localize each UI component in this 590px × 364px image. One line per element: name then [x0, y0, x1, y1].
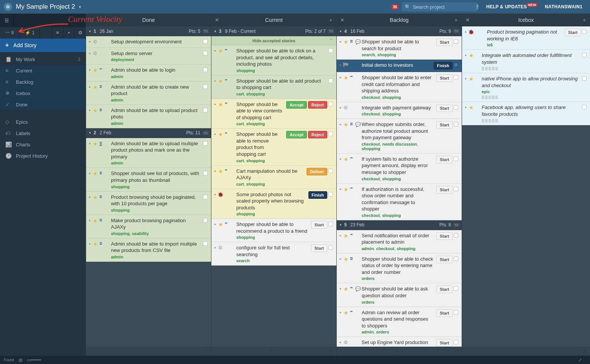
select-checkbox[interactable] — [582, 53, 587, 57]
story-title[interactable]: Make product browsing pagination AJAXy — [111, 217, 200, 230]
select-checkbox[interactable] — [454, 105, 458, 110]
deliver-button[interactable]: Deliver — [307, 168, 327, 175]
reject-button[interactable]: Reject — [308, 131, 327, 138]
story-labels[interactable]: orders — [362, 300, 433, 304]
velocity-value[interactable]: 〰8 — [0, 27, 20, 38]
story-labels[interactable]: checkout, shopping — [362, 95, 433, 100]
story-title[interactable]: Admin should be able to upload multiple … — [111, 140, 200, 160]
close-panel-icon[interactable]: ✕ — [337, 17, 348, 23]
story-title[interactable]: Admin should be able to import multiple … — [111, 241, 200, 254]
select-checkbox[interactable] — [454, 122, 458, 126]
expand-story-icon[interactable]: ▸ — [213, 78, 217, 96]
select-checkbox[interactable] — [454, 340, 458, 344]
expand-story-icon[interactable]: ▸ — [338, 62, 343, 69]
select-checkbox[interactable] — [454, 157, 458, 161]
sidebar-item[interactable]: 🏷 Labels — [0, 127, 86, 139]
story-row[interactable]: ▸ ★ Shopper should be able to recommend … — [211, 219, 336, 242]
sidebar-item[interactable]: ≡ Current — [0, 65, 86, 76]
add-story-icon[interactable]: + — [579, 17, 590, 23]
select-checkbox[interactable] — [203, 195, 208, 199]
story-labels[interactable]: shopping — [236, 68, 326, 73]
story-labels[interactable]: checkout, shopping — [362, 177, 433, 181]
expand-icon[interactable]: ⤢ — [578, 358, 582, 362]
story-row[interactable]: ▸ ★ 💬 When shopper submits order, author… — [337, 119, 462, 154]
select-checkbox[interactable] — [328, 222, 333, 226]
accept-button[interactable]: Accept — [286, 131, 307, 138]
estimate-boxes[interactable] — [482, 94, 579, 99]
expand-story-icon[interactable]: ▸ — [338, 38, 343, 57]
story-labels[interactable]: admin, orders — [362, 330, 433, 334]
start-button[interactable]: Start — [565, 29, 581, 36]
expand-story-icon[interactable]: ▸ — [338, 339, 343, 347]
collapse-iteration-icon[interactable]: ▾ — [86, 29, 94, 33]
story-title[interactable]: Shopper should be able to ask question a… — [362, 286, 433, 299]
story-labels[interactable]: shopping, usability — [111, 231, 200, 236]
start-button[interactable]: Start — [311, 221, 327, 229]
select-checkbox[interactable] — [328, 169, 333, 173]
select-checkbox[interactable] — [454, 233, 458, 238]
story-labels[interactable]: epic — [482, 89, 579, 94]
story-title[interactable]: Integrate with payment gateway — [362, 104, 433, 111]
select-checkbox[interactable] — [582, 105, 587, 109]
story-row[interactable]: ▸ ★ Shopper should be able to click on a… — [211, 45, 336, 75]
story-row[interactable]: ▸ ⚙ Set up Engine Yard production Start — [337, 337, 462, 347]
select-checkbox[interactable] — [328, 192, 333, 197]
select-checkbox[interactable] — [203, 171, 208, 175]
panel-gear-icon[interactable]: ⚙ — [454, 349, 459, 354]
expand-story-icon[interactable]: ▸ — [338, 121, 343, 151]
select-checkbox[interactable] — [203, 84, 208, 89]
expand-story-icon[interactable]: ▸ — [88, 170, 92, 189]
expand-story-icon[interactable]: ▸ — [88, 38, 92, 45]
select-checkbox[interactable] — [328, 102, 333, 106]
project-dropdown-icon[interactable]: ▼ — [78, 5, 82, 9]
story-row[interactable]: ▸ ★ Cart manipulation should be AJAXycar… — [211, 166, 336, 189]
expand-story-icon[interactable]: ▸ — [338, 309, 343, 335]
story-title[interactable]: Admin should be able to login — [111, 67, 200, 74]
story-row[interactable]: ▸ 🐞 Product browsing pagination not work… — [462, 26, 590, 50]
comment-icon[interactable]: 💬 — [355, 122, 361, 151]
story-row[interactable]: ▸ ★ Facebook app, allowing users to shar… — [462, 102, 590, 125]
expand-story-icon[interactable]: ▸ — [464, 29, 468, 47]
comment-icon[interactable]: 💬 — [355, 286, 361, 304]
story-row[interactable]: ▸ ★ Admin should be able to upload multi… — [86, 138, 211, 168]
panel-gear-icon[interactable]: ⚙ — [329, 349, 333, 354]
close-panel-icon[interactable]: ✕ — [462, 17, 473, 23]
expand-story-icon[interactable]: ▸ — [464, 75, 468, 99]
help-link[interactable]: HELP & UPDATESNEW — [486, 4, 538, 9]
story-labels[interactable]: admin — [111, 255, 200, 259]
collapse-iteration-icon[interactable]: ▾ — [337, 223, 344, 227]
add-story-icon[interactable]: + — [450, 17, 462, 23]
search-help-icon[interactable]: ? — [476, 4, 479, 10]
start-button[interactable]: Start — [436, 186, 453, 194]
select-checkbox[interactable] — [328, 245, 333, 250]
expand-story-icon[interactable]: ▸ — [88, 107, 92, 126]
story-title[interactable]: When shopper submits order, authorize to… — [362, 121, 433, 141]
story-row[interactable]: ▸ ★ Shopper should be able to enter cred… — [337, 72, 462, 102]
select-checkbox[interactable] — [582, 29, 587, 34]
add-story-button[interactable]: + Add Story — [0, 38, 86, 52]
story-row[interactable]: ▸ ★ Integrate with automated order fullf… — [462, 50, 590, 73]
hide-accepted-bar[interactable]: Hide accepted stories⌃ — [211, 36, 336, 45]
expand-story-icon[interactable]: ▸ — [88, 67, 92, 79]
story-labels[interactable]: cart, shopping — [236, 182, 303, 186]
story-labels[interactable]: search, shopping — [362, 52, 433, 57]
search-input[interactable] — [413, 4, 476, 10]
story-title[interactable]: Shopper should be able to click on a pro… — [236, 48, 326, 68]
story-row[interactable]: ▸ ★ If system fails to authorize payment… — [337, 154, 462, 184]
select-checkbox[interactable] — [454, 286, 458, 291]
collapse-iteration-icon[interactable]: ▾ — [86, 131, 94, 135]
sidebar-item[interactable]: ≡ Backlog — [0, 76, 86, 88]
accept-button[interactable]: Accept — [286, 101, 307, 109]
select-checkbox[interactable] — [328, 132, 333, 136]
select-checkbox[interactable] — [454, 310, 458, 315]
story-title[interactable]: configure solr for full text searching — [236, 244, 308, 258]
story-labels[interactable]: cart, shopping — [236, 121, 283, 126]
select-checkbox[interactable] — [454, 256, 458, 261]
estimate-boxes[interactable] — [482, 117, 579, 123]
sidebar-item[interactable]: ❄ Icebox — [0, 88, 86, 99]
expand-story-icon[interactable]: ▸ — [88, 140, 92, 166]
story-labels[interactable]: cart, shopping — [236, 92, 326, 96]
start-button[interactable]: Start — [436, 104, 453, 112]
story-title[interactable]: Setup demo server — [111, 50, 200, 57]
panel-gear-icon[interactable]: ⚙ — [203, 349, 208, 354]
